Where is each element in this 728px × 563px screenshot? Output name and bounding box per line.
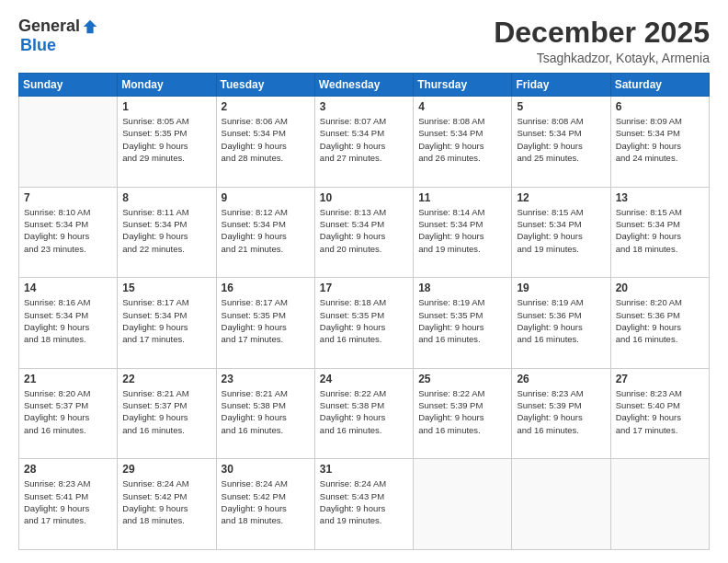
day-cell: 18Sunrise: 8:19 AM Sunset: 5:35 PM Dayli…	[414, 278, 512, 369]
day-number: 14	[24, 282, 112, 294]
col-header-monday: Monday	[118, 74, 216, 97]
day-info: Sunrise: 8:24 AM Sunset: 5:42 PM Dayligh…	[122, 477, 210, 526]
day-info: Sunrise: 8:18 AM Sunset: 5:35 PM Dayligh…	[320, 296, 408, 345]
week-row-2: 7Sunrise: 8:10 AM Sunset: 5:34 PM Daylig…	[19, 187, 710, 278]
day-cell: 6Sunrise: 8:09 AM Sunset: 5:34 PM Daylig…	[610, 97, 709, 188]
day-cell: 31Sunrise: 8:24 AM Sunset: 5:43 PM Dayli…	[314, 459, 413, 550]
header: General Blue December 2025 Tsaghkadzor, …	[18, 17, 710, 65]
day-info: Sunrise: 8:24 AM Sunset: 5:43 PM Dayligh…	[320, 477, 408, 526]
day-info: Sunrise: 8:12 AM Sunset: 5:34 PM Dayligh…	[222, 206, 310, 255]
day-number: 4	[418, 100, 506, 113]
col-header-sunday: Sunday	[19, 74, 118, 97]
day-number: 8	[122, 191, 210, 204]
logo-general: General	[18, 17, 80, 36]
day-cell: 28Sunrise: 8:23 AM Sunset: 5:41 PM Dayli…	[19, 459, 118, 550]
week-row-1: 1Sunrise: 8:05 AM Sunset: 5:35 PM Daylig…	[19, 97, 710, 188]
day-info: Sunrise: 8:19 AM Sunset: 5:35 PM Dayligh…	[418, 296, 506, 345]
day-cell	[512, 459, 610, 550]
day-info: Sunrise: 8:24 AM Sunset: 5:42 PM Dayligh…	[222, 477, 310, 526]
day-info: Sunrise: 8:17 AM Sunset: 5:35 PM Dayligh…	[222, 296, 310, 345]
day-number: 19	[517, 282, 605, 294]
day-number: 2	[222, 100, 310, 113]
day-number: 28	[24, 463, 112, 476]
day-cell: 25Sunrise: 8:22 AM Sunset: 5:39 PM Dayli…	[414, 368, 512, 459]
day-number: 24	[320, 373, 408, 385]
day-info: Sunrise: 8:22 AM Sunset: 5:38 PM Dayligh…	[320, 387, 408, 436]
day-cell: 21Sunrise: 8:20 AM Sunset: 5:37 PM Dayli…	[19, 368, 118, 459]
day-number: 20	[616, 282, 704, 294]
col-header-wednesday: Wednesday	[314, 74, 413, 97]
day-info: Sunrise: 8:15 AM Sunset: 5:34 PM Dayligh…	[517, 206, 605, 255]
day-number: 3	[320, 100, 408, 113]
day-info: Sunrise: 8:16 AM Sunset: 5:34 PM Dayligh…	[24, 296, 112, 345]
day-info: Sunrise: 8:23 AM Sunset: 5:41 PM Dayligh…	[24, 477, 112, 526]
day-number: 21	[24, 373, 112, 385]
day-info: Sunrise: 8:07 AM Sunset: 5:34 PM Dayligh…	[320, 115, 408, 164]
col-header-saturday: Saturday	[610, 74, 709, 97]
logo-text: General	[18, 17, 98, 36]
day-cell: 20Sunrise: 8:20 AM Sunset: 5:36 PM Dayli…	[610, 278, 709, 369]
day-cell: 27Sunrise: 8:23 AM Sunset: 5:40 PM Dayli…	[610, 368, 709, 459]
day-info: Sunrise: 8:23 AM Sunset: 5:40 PM Dayligh…	[616, 387, 704, 436]
day-number: 17	[320, 282, 408, 294]
day-number: 7	[24, 191, 112, 204]
day-info: Sunrise: 8:23 AM Sunset: 5:39 PM Dayligh…	[517, 387, 605, 436]
day-cell: 10Sunrise: 8:13 AM Sunset: 5:34 PM Dayli…	[314, 187, 413, 278]
day-number: 15	[122, 282, 210, 294]
day-info: Sunrise: 8:06 AM Sunset: 5:34 PM Dayligh…	[222, 115, 310, 164]
calendar-table: SundayMondayTuesdayWednesdayThursdayFrid…	[18, 73, 710, 550]
day-number: 9	[222, 191, 310, 204]
day-cell: 22Sunrise: 8:21 AM Sunset: 5:37 PM Dayli…	[118, 368, 216, 459]
day-cell	[610, 459, 709, 550]
day-cell: 26Sunrise: 8:23 AM Sunset: 5:39 PM Dayli…	[512, 368, 610, 459]
logo: General Blue	[18, 17, 98, 55]
day-info: Sunrise: 8:09 AM Sunset: 5:34 PM Dayligh…	[616, 115, 704, 164]
day-cell: 24Sunrise: 8:22 AM Sunset: 5:38 PM Dayli…	[314, 368, 413, 459]
logo-icon	[82, 18, 98, 35]
day-number: 25	[418, 373, 506, 385]
day-info: Sunrise: 8:19 AM Sunset: 5:36 PM Dayligh…	[517, 296, 605, 345]
day-number: 12	[517, 191, 605, 204]
day-info: Sunrise: 8:11 AM Sunset: 5:34 PM Dayligh…	[122, 206, 210, 255]
day-number: 6	[616, 100, 704, 113]
day-info: Sunrise: 8:20 AM Sunset: 5:36 PM Dayligh…	[616, 296, 704, 345]
page: General Blue December 2025 Tsaghkadzor, …	[0, 0, 728, 563]
col-header-friday: Friday	[512, 74, 610, 97]
day-cell: 2Sunrise: 8:06 AM Sunset: 5:34 PM Daylig…	[216, 97, 314, 188]
day-cell: 13Sunrise: 8:15 AM Sunset: 5:34 PM Dayli…	[610, 187, 709, 278]
day-cell: 5Sunrise: 8:08 AM Sunset: 5:34 PM Daylig…	[512, 97, 610, 188]
day-number: 13	[616, 191, 704, 204]
day-number: 23	[222, 373, 310, 385]
day-info: Sunrise: 8:22 AM Sunset: 5:39 PM Dayligh…	[418, 387, 506, 436]
day-number: 11	[418, 191, 506, 204]
day-cell: 14Sunrise: 8:16 AM Sunset: 5:34 PM Dayli…	[19, 278, 118, 369]
day-cell: 3Sunrise: 8:07 AM Sunset: 5:34 PM Daylig…	[314, 97, 413, 188]
day-info: Sunrise: 8:15 AM Sunset: 5:34 PM Dayligh…	[616, 206, 704, 255]
logo-blue: Blue	[20, 36, 56, 54]
day-number: 31	[320, 463, 408, 476]
col-header-thursday: Thursday	[414, 74, 512, 97]
day-cell: 8Sunrise: 8:11 AM Sunset: 5:34 PM Daylig…	[118, 187, 216, 278]
day-number: 27	[616, 373, 704, 385]
day-number: 22	[122, 373, 210, 385]
day-cell: 11Sunrise: 8:14 AM Sunset: 5:34 PM Dayli…	[414, 187, 512, 278]
day-number: 26	[517, 373, 605, 385]
day-cell: 16Sunrise: 8:17 AM Sunset: 5:35 PM Dayli…	[216, 278, 314, 369]
day-cell: 9Sunrise: 8:12 AM Sunset: 5:34 PM Daylig…	[216, 187, 314, 278]
day-cell: 4Sunrise: 8:08 AM Sunset: 5:34 PM Daylig…	[414, 97, 512, 188]
week-row-5: 28Sunrise: 8:23 AM Sunset: 5:41 PM Dayli…	[19, 459, 710, 550]
day-info: Sunrise: 8:08 AM Sunset: 5:34 PM Dayligh…	[418, 115, 506, 164]
day-cell: 23Sunrise: 8:21 AM Sunset: 5:38 PM Dayli…	[216, 368, 314, 459]
day-number: 1	[122, 100, 210, 113]
day-info: Sunrise: 8:17 AM Sunset: 5:34 PM Dayligh…	[122, 296, 210, 345]
day-info: Sunrise: 8:20 AM Sunset: 5:37 PM Dayligh…	[24, 387, 112, 436]
day-info: Sunrise: 8:21 AM Sunset: 5:38 PM Dayligh…	[222, 387, 310, 436]
month-title: December 2025	[494, 17, 710, 49]
day-number: 5	[517, 100, 605, 113]
day-cell: 29Sunrise: 8:24 AM Sunset: 5:42 PM Dayli…	[118, 459, 216, 550]
svg-marker-0	[84, 19, 97, 32]
day-number: 10	[320, 191, 408, 204]
day-cell: 12Sunrise: 8:15 AM Sunset: 5:34 PM Dayli…	[512, 187, 610, 278]
day-number: 18	[418, 282, 506, 294]
week-row-4: 21Sunrise: 8:20 AM Sunset: 5:37 PM Dayli…	[19, 368, 710, 459]
